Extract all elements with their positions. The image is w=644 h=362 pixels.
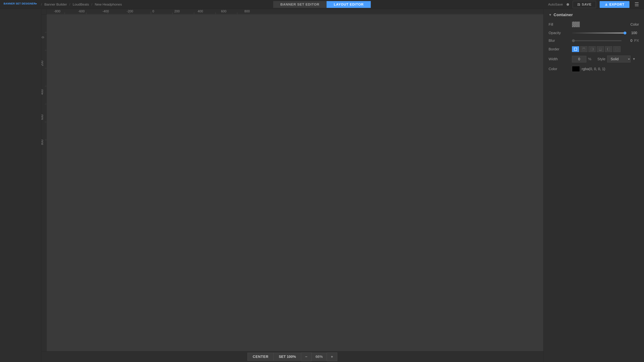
container-section-header: ▼ Container: [548, 12, 639, 17]
width-input[interactable]: [572, 56, 586, 62]
border-btn-all[interactable]: [572, 46, 579, 52]
opacity-slider-thumb[interactable]: [624, 31, 626, 34]
svg-rect-37: [591, 48, 593, 50]
style-label: Style: [598, 57, 605, 61]
menu-button[interactable]: ☰: [633, 1, 640, 7]
svg-text:-200: -200: [127, 9, 133, 13]
editor-tabs: BANNER SET EDITOR LAYOUT EDITOR: [273, 1, 371, 8]
left-sidebar: [0, 9, 41, 362]
tab-banner-set-editor[interactable]: BANNER SET EDITOR: [273, 1, 326, 8]
canvas-viewport[interactable]: [47, 14, 544, 351]
svg-text:200: 200: [41, 61, 44, 66]
ruler-horizontal: -800 -600 -400 -200 0 200 400 600 800: [47, 9, 544, 14]
opacity-row: Opacity 100: [548, 31, 639, 35]
color-row: Color rgba(0, 0, 0, 1): [548, 66, 639, 72]
border-btn-none[interactable]: [613, 46, 620, 52]
blur-value: 0: [623, 38, 632, 43]
opacity-value: 100: [628, 31, 637, 35]
svg-text:800: 800: [41, 140, 44, 145]
svg-text:400: 400: [41, 89, 44, 95]
svg-text:-800: -800: [54, 9, 60, 13]
blur-unit: PX: [634, 38, 639, 43]
border-btn-left[interactable]: [605, 46, 612, 52]
border-buttons: [572, 46, 620, 52]
export-icon: [605, 3, 608, 6]
opacity-label: Opacity: [548, 31, 572, 35]
fill-color-picker[interactable]: [572, 21, 580, 27]
tab-layout-editor[interactable]: LAYOUT EDITOR: [327, 1, 371, 8]
svg-rect-35: [582, 48, 585, 50]
svg-rect-33: [574, 48, 577, 50]
svg-text:-600: -600: [78, 9, 85, 13]
style-dropdown-arrow[interactable]: ▼: [632, 57, 636, 61]
container-title: Container: [554, 12, 573, 17]
center-button[interactable]: CENTER: [248, 353, 274, 361]
svg-text:600: 600: [41, 114, 44, 120]
color-swatch[interactable]: [572, 66, 580, 72]
fill-row: Fill Color: [548, 21, 639, 27]
fill-color-label: Color: [630, 22, 639, 26]
svg-rect-39: [599, 48, 602, 50]
canvas-with-ruler: 0 200 400 600 800: [41, 14, 544, 351]
app-brand: BANNER SET DESIGNER▸: [4, 2, 37, 7]
svg-text:200: 200: [174, 9, 180, 13]
border-btn-right[interactable]: [588, 46, 596, 52]
canvas-bottom-bar: CENTER SET 100% − 66% +: [41, 351, 544, 362]
opacity-slider[interactable]: [572, 32, 626, 33]
color-rgba-value: rgba(0, 0, 0, 1): [582, 67, 605, 71]
blur-label: Blur: [548, 38, 572, 43]
svg-text:0: 0: [41, 36, 45, 38]
autosave-dot: [566, 3, 569, 6]
save-button[interactable]: SAVE: [573, 1, 596, 8]
border-row: Border: [548, 46, 639, 52]
svg-text:400: 400: [198, 9, 203, 13]
style-select[interactable]: Solid Dashed Dotted: [607, 56, 630, 62]
ruler-vertical: 0 200 400 600 800: [41, 14, 47, 351]
topbar: BANNER SET DESIGNER▸ / Banner Builder / …: [0, 0, 644, 9]
zoom-value: 66%: [312, 353, 327, 361]
color-label: Color: [548, 67, 572, 71]
canvas-area: -800 -600 -400 -200 0 200 400 600 800: [41, 9, 544, 362]
blur-row: Blur 0 PX: [548, 38, 639, 43]
svg-text:800: 800: [244, 9, 250, 13]
save-icon: [577, 3, 580, 6]
ruler-vertical-svg: 0 200 400 600 800: [41, 14, 47, 351]
fill-label: Fill: [548, 22, 572, 26]
container-section: ▼ Container Fill Color Opacity 100: [544, 9, 644, 79]
svg-rect-42: [616, 48, 618, 50]
svg-text:0: 0: [152, 9, 154, 13]
right-panel: ▼ Container Fill Color Opacity 100: [544, 9, 644, 362]
border-label: Border: [548, 47, 572, 51]
main-layout: -800 -600 -400 -200 0 200 400 600 800: [0, 9, 644, 362]
blur-slider-thumb[interactable]: [572, 39, 575, 42]
border-btn-bottom[interactable]: [597, 46, 604, 52]
zoom-in-button[interactable]: +: [327, 353, 337, 361]
border-btn-top[interactable]: [580, 46, 588, 52]
collapse-icon[interactable]: ▼: [548, 13, 552, 17]
blur-slider[interactable]: [572, 40, 622, 41]
topbar-right: AutoSave SAVE EXPORT ☰: [548, 1, 640, 8]
width-unit: %: [588, 57, 591, 61]
width-label: Width: [548, 57, 572, 61]
svg-text:600: 600: [221, 9, 226, 13]
svg-text:-400: -400: [102, 9, 109, 13]
export-button[interactable]: EXPORT: [600, 1, 630, 8]
breadcrumb: / Banner Builder / LoudBeats / New Headp…: [39, 2, 122, 6]
zoom-out-button[interactable]: −: [301, 353, 312, 361]
svg-rect-41: [608, 48, 610, 50]
width-style-row: Width % Style Solid Dashed Dotted ▼: [548, 56, 639, 62]
ruler-top: -800 -600 -400 -200 0 200 400 600 800: [41, 9, 544, 14]
autosave-label: AutoSave: [548, 2, 563, 6]
set-100-button[interactable]: SET 100%: [274, 353, 301, 361]
